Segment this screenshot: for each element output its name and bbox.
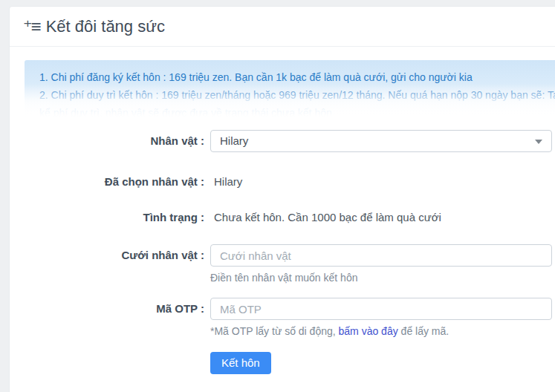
character-row: Nhân vật : Hilary [25,130,555,152]
submit-row: Kết hôn [25,352,555,374]
otp-helper-prefix: *Mã OTP lấy từ số di động, [210,325,339,337]
marry-name-label: Cưới nhân vật : [25,244,204,284]
otp-helper: *Mã OTP lấy từ số di động, bấm vào đây đ… [210,325,552,338]
info-alert: 1. Chi phí đăng ký kết hôn : 169 triệu z… [25,60,555,117]
card-body: 1. Chi phí đăng ký kết hôn : 169 triệu z… [10,47,555,374]
marry-name-row: Cưới nhân vật : Điền tên nhân vật muốn k… [25,244,555,284]
character-select[interactable]: Hilary [210,130,552,152]
alert-line-3: kể phí duy trì, nhân vật sẽ được đưa về … [39,104,555,117]
status-value: Chưa kết hôn. Cần 1000 bạc để làm quà cư… [210,211,552,224]
chosen-character-row: Đã chọn nhân vật : Hilary [25,175,555,189]
chevron-down-icon [535,140,542,144]
chosen-character-label: Đã chọn nhân vật : [25,175,204,189]
marriage-card: ⁺≡ Kết đôi tăng sức 1. Chi phí đăng ký k… [9,6,555,392]
otp-get-code-link[interactable]: bấm vào đây [339,325,398,337]
otp-helper-suffix: để lấy mã. [398,325,449,337]
character-select-value: Hilary [220,134,248,147]
chosen-character-value: Hilary [210,175,552,189]
status-label: Tình trạng : [25,211,204,224]
card-header: ⁺≡ Kết đôi tăng sức [10,7,555,47]
marry-name-helper: Điền tên nhân vật muốn kết hôn [210,272,552,284]
marry-name-input[interactable] [210,244,552,267]
otp-label: Mã OTP : [25,298,204,338]
marry-button[interactable]: Kết hôn [210,352,271,374]
playlist-add-icon: ⁺≡ [23,18,40,36]
marriage-form: Nhân vật : Hilary Đã chọn nhân vật : Hil… [25,130,555,374]
character-label: Nhân vật : [25,130,204,152]
page-title: Kết đôi tăng sức [46,17,165,36]
otp-row: Mã OTP : *Mã OTP lấy từ số di động, bấm … [25,298,555,338]
alert-line-1: 1. Chi phí đăng ký kết hôn : 169 triệu z… [39,68,555,86]
alert-line-2: 2. Chi phí duy trì kết hôn : 169 triệu z… [39,86,555,104]
otp-input[interactable] [210,298,552,320]
status-row: Tình trạng : Chưa kết hôn. Cần 1000 bạc … [25,211,555,224]
